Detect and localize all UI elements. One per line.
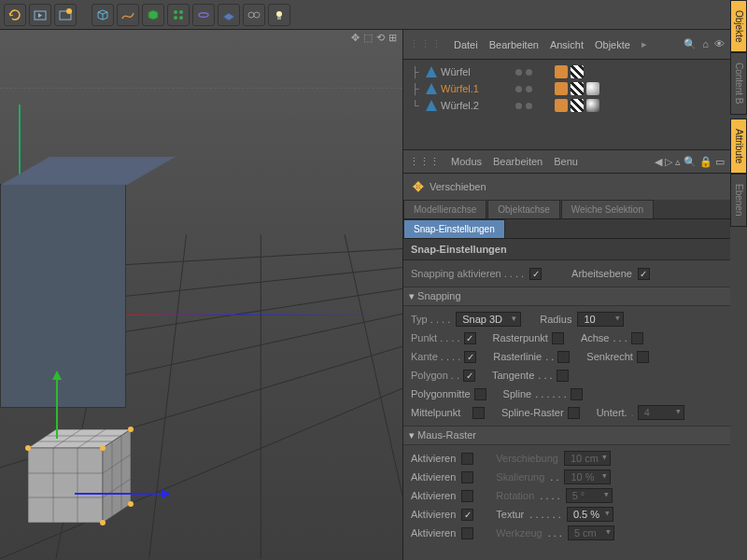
- svg-point-6: [179, 16, 183, 20]
- tab-modellierachse[interactable]: Modellierachse: [403, 200, 486, 218]
- svg-point-37: [128, 501, 134, 507]
- toolbar-btn-deformer[interactable]: [192, 4, 215, 26]
- menu-file[interactable]: Datei: [454, 39, 478, 50]
- toolbar-btn-floor[interactable]: [218, 4, 240, 26]
- checkbox-rasterlinie[interactable]: [557, 351, 570, 363]
- label-polygonmitte: Polygonmitte: [411, 388, 471, 399]
- checkbox-spline-raster[interactable]: [568, 407, 580, 419]
- viewport-3d[interactable]: ✥ ⬚ ⟲ ⊞: [0, 30, 403, 560]
- dropdown-typ[interactable]: Snap 3D: [456, 312, 521, 327]
- attr-menu-user[interactable]: Benu: [554, 156, 578, 167]
- side-tab-content[interactable]: Content B: [730, 52, 747, 114]
- attr-menu-mode[interactable]: Modus: [451, 156, 482, 167]
- checkbox-tool-enable[interactable]: [461, 527, 473, 539]
- svg-point-34: [100, 445, 106, 451]
- side-tab-objekte[interactable]: Objekte: [730, 0, 747, 52]
- checkbox-scale-enable[interactable]: [461, 471, 473, 483]
- side-tab-ebenen[interactable]: Ebenen: [730, 174, 747, 226]
- checkbox-punkt[interactable]: ✓: [464, 332, 476, 344]
- label-kante: Kante: [411, 351, 460, 362]
- main-toolbar: [0, 0, 747, 30]
- grip-icon[interactable]: ⋮⋮⋮: [409, 38, 443, 50]
- menu-objects[interactable]: Objekte: [595, 39, 630, 50]
- checkbox-mittelpunkt[interactable]: [472, 407, 485, 419]
- checkbox-rotation-enable[interactable]: [461, 490, 473, 502]
- toolbar-btn-light[interactable]: [268, 4, 290, 26]
- search-icon[interactable]: 🔍: [684, 38, 697, 50]
- checkbox-polygonmitte[interactable]: [474, 388, 486, 400]
- toolbar-btn-camera[interactable]: [243, 4, 265, 26]
- label-typ: Typ: [411, 314, 450, 325]
- toolbar-btn-spline[interactable]: [117, 4, 139, 26]
- lock-icon[interactable]: 🔒: [699, 156, 712, 167]
- field-radius[interactable]: 10: [577, 312, 624, 327]
- label-aktivieren: Aktivieren: [411, 527, 456, 539]
- checkbox-arbeitsebene[interactable]: ✓: [638, 268, 650, 280]
- cube-icon: [426, 66, 437, 77]
- viewport-controls: ✥ ⬚ ⟲ ⊞: [351, 32, 397, 44]
- checkbox-kante[interactable]: ✓: [464, 351, 476, 363]
- tool-title: ✥ Verschieben: [403, 174, 730, 200]
- tree-row[interactable]: ├ Würfel: [409, 63, 725, 80]
- viewport-pan-icon[interactable]: ✥: [351, 32, 359, 44]
- checkbox-tangente[interactable]: [557, 370, 569, 382]
- tree-row[interactable]: └ Würfel.2: [409, 97, 725, 114]
- nav-back-icon[interactable]: ◀: [655, 156, 662, 167]
- tree-row[interactable]: ├ Würfel.1: [409, 80, 725, 97]
- new-icon[interactable]: ▭: [715, 156, 725, 167]
- viewport-zoom-icon[interactable]: ⬚: [363, 32, 373, 44]
- label-aktivieren: Aktivieren: [411, 509, 456, 520]
- search-icon[interactable]: 🔍: [684, 156, 697, 167]
- label-skalierung: Skalierung: [496, 471, 544, 483]
- svg-point-4: [179, 10, 183, 14]
- group-maus-raster[interactable]: ▾ Maus-Raster: [403, 426, 730, 445]
- field-textur[interactable]: 0.5 %: [567, 507, 613, 522]
- group-snapping[interactable]: ▾ Snapping: [403, 287, 730, 306]
- toolbar-btn-cube[interactable]: [92, 4, 114, 26]
- viewport-object-wirecube[interactable]: [0, 401, 159, 551]
- tool-title-label: Verschieben: [430, 181, 486, 192]
- object-tree[interactable]: ├ Würfel ├ Würfel.1 └ Würfel.2: [403, 60, 730, 149]
- side-tab-attribute[interactable]: Attribute: [730, 119, 747, 174]
- checkbox-snapping-aktivieren[interactable]: ✓: [529, 268, 542, 280]
- tab-objektachse[interactable]: Objektachse: [487, 200, 560, 218]
- menu-edit[interactable]: Bearbeiten: [489, 39, 539, 50]
- checkbox-polygon[interactable]: ✓: [463, 370, 475, 382]
- checkbox-spline[interactable]: [571, 388, 583, 400]
- toolbar-btn-render[interactable]: [29, 4, 51, 26]
- attr-menu-edit[interactable]: Bearbeiten: [493, 156, 543, 167]
- toolbar-btn-nurbs[interactable]: [142, 4, 164, 26]
- checkbox-texture-enable[interactable]: ✓: [461, 509, 473, 521]
- eye-icon[interactable]: 👁: [714, 38, 725, 50]
- toolbar-btn-render-settings[interactable]: [54, 4, 77, 26]
- checkbox-senkrecht[interactable]: [637, 351, 649, 363]
- viewport-object-cube[interactable]: [0, 184, 126, 408]
- tab-weiche-selektion[interactable]: Weiche Selektion: [561, 200, 654, 218]
- label-radius: Radius: [540, 314, 571, 325]
- label-verschiebung: Verschiebung: [496, 453, 558, 464]
- home-icon[interactable]: ⌂: [702, 38, 709, 50]
- svg-point-36: [100, 520, 106, 525]
- grip-icon[interactable]: ⋮⋮⋮: [409, 156, 440, 168]
- label-rasterlinie: Rasterlinie: [493, 351, 542, 362]
- field-untert: 4: [638, 405, 684, 420]
- menu-view[interactable]: Ansicht: [550, 39, 584, 50]
- axis-y-icon[interactable]: [56, 373, 58, 439]
- nav-fwd-icon[interactable]: ▷: [665, 156, 672, 167]
- checkbox-move-enable[interactable]: [461, 453, 473, 465]
- svg-point-8: [254, 12, 260, 18]
- axis-z-icon[interactable]: [75, 493, 168, 495]
- viewport-layout-icon[interactable]: ⊞: [388, 32, 397, 44]
- toolbar-btn-array[interactable]: [167, 4, 190, 26]
- attribute-manager-header: ⋮⋮⋮ Modus Bearbeiten Benu ◀ ▷ ▵ 🔍 🔒 ▭: [403, 149, 730, 174]
- tree-item-label: Würfel.2: [441, 100, 506, 111]
- label-werkzeug: Werkzeug: [496, 527, 542, 539]
- toolbar-btn-undo[interactable]: [4, 4, 26, 26]
- tab-snap-einstellungen[interactable]: Snap-Einstellungen: [403, 219, 505, 238]
- checkbox-rasterpunkt[interactable]: [552, 332, 564, 344]
- label-rasterpunkt: Rasterpunkt: [493, 332, 548, 343]
- move-tool-icon: ✥: [413, 179, 424, 194]
- checkbox-achse[interactable]: [631, 332, 643, 344]
- nav-up-icon[interactable]: ▵: [675, 156, 681, 167]
- viewport-rotate-icon[interactable]: ⟲: [376, 32, 385, 44]
